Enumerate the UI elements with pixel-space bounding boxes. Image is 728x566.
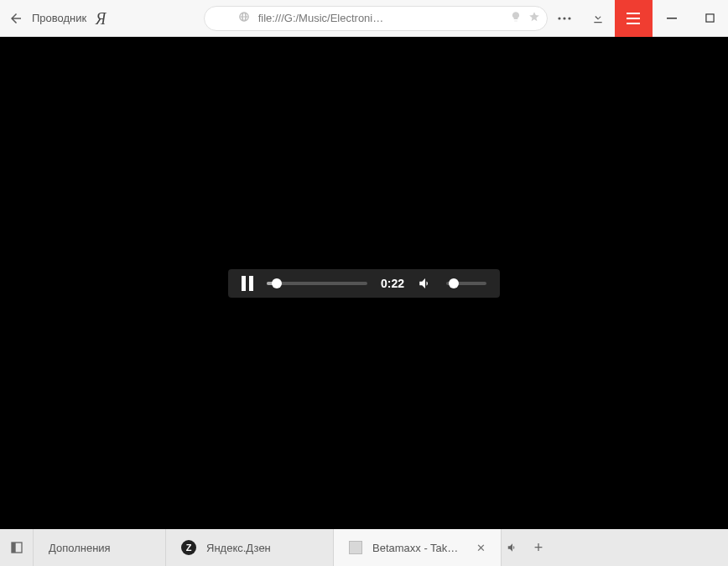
back-icon[interactable] — [8, 11, 23, 26]
browser-topbar: Проводник Я file:///G:/Music/Electroni… — [0, 0, 728, 37]
url-text: file:///G:/Music/Electroni… — [258, 12, 384, 24]
bulb-icon[interactable] — [510, 11, 522, 25]
svg-rect-9 — [12, 543, 16, 553]
window-controls — [653, 0, 728, 37]
svg-rect-3 — [627, 13, 640, 14]
volume-icon[interactable] — [418, 276, 433, 291]
svg-point-2 — [568, 17, 570, 19]
addons-tab[interactable]: Дополнения — [34, 529, 166, 566]
globe-icon — [238, 11, 250, 25]
star-icon[interactable] — [528, 11, 540, 25]
minimize-button[interactable] — [653, 0, 691, 37]
origin-label: Проводник — [32, 12, 86, 24]
maximize-button[interactable] — [691, 0, 728, 37]
zen-icon: Z — [181, 540, 196, 555]
volume-slider[interactable] — [446, 282, 486, 285]
address-right-icons — [510, 11, 540, 25]
svg-point-0 — [558, 17, 560, 19]
svg-point-1 — [563, 17, 565, 19]
active-tab-label: Betamaxx - Take Me B — [372, 542, 460, 554]
zen-label: Яндекс.Дзен — [206, 542, 271, 554]
address-bar[interactable]: file:///G:/Music/Electroni… — [204, 6, 548, 31]
svg-rect-5 — [627, 23, 640, 24]
seek-thumb[interactable] — [272, 278, 282, 288]
favicon-placeholder — [349, 541, 362, 554]
active-tab[interactable]: Betamaxx - Take Me B ✕ — [334, 529, 502, 566]
address-bar-wrap: file:///G:/Music/Electroni… — [204, 6, 548, 31]
address-tail — [547, 7, 548, 31]
tab-close-icon[interactable]: ✕ — [470, 542, 486, 554]
bottom-tabstrip: Дополнения Z Яндекс.Дзен Betamaxx - Take… — [0, 529, 728, 566]
media-viewport: 0:22 — [0, 37, 728, 529]
download-icon[interactable] — [581, 0, 615, 37]
media-player-controls: 0:22 — [228, 269, 500, 298]
svg-rect-7 — [706, 14, 714, 22]
volume-thumb[interactable] — [449, 278, 459, 288]
panel-toggle[interactable] — [0, 529, 34, 566]
yandex-logo[interactable]: Я — [96, 8, 106, 29]
tab-sound-icon[interactable] — [502, 529, 523, 566]
topbar-left: Проводник Я — [0, 8, 107, 29]
more-icon[interactable] — [548, 0, 581, 37]
svg-rect-4 — [627, 18, 640, 19]
menu-button[interactable] — [615, 0, 653, 37]
current-time: 0:22 — [381, 277, 404, 290]
pause-button[interactable] — [242, 276, 253, 291]
seek-slider[interactable] — [267, 282, 367, 285]
new-tab-button[interactable]: + — [523, 529, 554, 566]
zen-tab[interactable]: Z Яндекс.Дзен — [166, 529, 334, 566]
addons-label: Дополнения — [49, 542, 111, 554]
svg-rect-6 — [667, 18, 677, 19]
topbar-right — [548, 0, 728, 36]
